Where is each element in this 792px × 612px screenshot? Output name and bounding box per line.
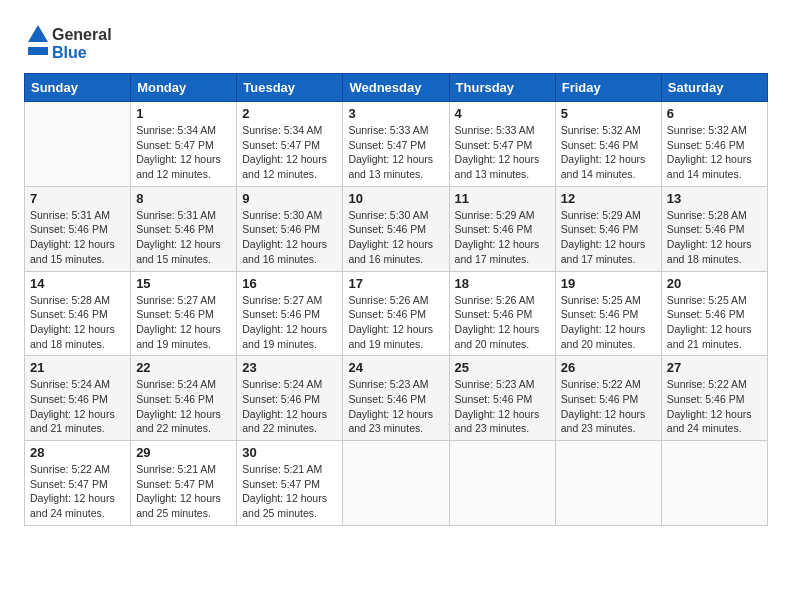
header-friday: Friday [555,74,661,102]
day-number: 8 [136,191,231,206]
day-cell: 5Sunrise: 5:32 AM Sunset: 5:46 PM Daylig… [555,102,661,187]
week-row-1: 1Sunrise: 5:34 AM Sunset: 5:47 PM Daylig… [25,102,768,187]
day-number: 5 [561,106,656,121]
week-row-3: 14Sunrise: 5:28 AM Sunset: 5:46 PM Dayli… [25,271,768,356]
day-cell: 27Sunrise: 5:22 AM Sunset: 5:46 PM Dayli… [661,356,767,441]
day-number: 16 [242,276,337,291]
day-info: Sunrise: 5:34 AM Sunset: 5:47 PM Dayligh… [242,123,337,182]
day-number: 26 [561,360,656,375]
day-number: 1 [136,106,231,121]
day-cell: 20Sunrise: 5:25 AM Sunset: 5:46 PM Dayli… [661,271,767,356]
day-number: 14 [30,276,125,291]
day-number: 3 [348,106,443,121]
day-number: 15 [136,276,231,291]
day-info: Sunrise: 5:30 AM Sunset: 5:46 PM Dayligh… [242,208,337,267]
day-cell: 21Sunrise: 5:24 AM Sunset: 5:46 PM Dayli… [25,356,131,441]
week-row-2: 7Sunrise: 5:31 AM Sunset: 5:46 PM Daylig… [25,186,768,271]
day-number: 2 [242,106,337,121]
day-cell: 16Sunrise: 5:27 AM Sunset: 5:46 PM Dayli… [237,271,343,356]
day-info: Sunrise: 5:24 AM Sunset: 5:46 PM Dayligh… [30,377,125,436]
day-cell: 28Sunrise: 5:22 AM Sunset: 5:47 PM Dayli… [25,441,131,526]
day-info: Sunrise: 5:26 AM Sunset: 5:46 PM Dayligh… [455,293,550,352]
day-number: 21 [30,360,125,375]
day-info: Sunrise: 5:21 AM Sunset: 5:47 PM Dayligh… [242,462,337,521]
calendar-table: SundayMondayTuesdayWednesdayThursdayFrid… [24,73,768,526]
day-number: 11 [455,191,550,206]
day-cell [449,441,555,526]
day-cell: 15Sunrise: 5:27 AM Sunset: 5:46 PM Dayli… [131,271,237,356]
day-cell: 7Sunrise: 5:31 AM Sunset: 5:46 PM Daylig… [25,186,131,271]
svg-text:General: General [52,26,112,43]
day-cell: 11Sunrise: 5:29 AM Sunset: 5:46 PM Dayli… [449,186,555,271]
day-number: 4 [455,106,550,121]
day-cell [25,102,131,187]
day-number: 18 [455,276,550,291]
day-cell: 29Sunrise: 5:21 AM Sunset: 5:47 PM Dayli… [131,441,237,526]
day-number: 19 [561,276,656,291]
header-saturday: Saturday [661,74,767,102]
day-cell: 3Sunrise: 5:33 AM Sunset: 5:47 PM Daylig… [343,102,449,187]
day-number: 27 [667,360,762,375]
day-cell: 24Sunrise: 5:23 AM Sunset: 5:46 PM Dayli… [343,356,449,441]
day-info: Sunrise: 5:25 AM Sunset: 5:46 PM Dayligh… [561,293,656,352]
day-info: Sunrise: 5:33 AM Sunset: 5:47 PM Dayligh… [455,123,550,182]
day-info: Sunrise: 5:34 AM Sunset: 5:47 PM Dayligh… [136,123,231,182]
day-info: Sunrise: 5:28 AM Sunset: 5:46 PM Dayligh… [667,208,762,267]
day-info: Sunrise: 5:22 AM Sunset: 5:46 PM Dayligh… [667,377,762,436]
day-cell: 17Sunrise: 5:26 AM Sunset: 5:46 PM Dayli… [343,271,449,356]
day-number: 23 [242,360,337,375]
day-number: 12 [561,191,656,206]
day-number: 10 [348,191,443,206]
calendar-header-row: SundayMondayTuesdayWednesdayThursdayFrid… [25,74,768,102]
logo: GeneralBlue [24,20,114,65]
day-cell: 30Sunrise: 5:21 AM Sunset: 5:47 PM Dayli… [237,441,343,526]
day-cell: 13Sunrise: 5:28 AM Sunset: 5:46 PM Dayli… [661,186,767,271]
day-info: Sunrise: 5:27 AM Sunset: 5:46 PM Dayligh… [136,293,231,352]
day-number: 25 [455,360,550,375]
day-number: 9 [242,191,337,206]
day-info: Sunrise: 5:32 AM Sunset: 5:46 PM Dayligh… [667,123,762,182]
day-info: Sunrise: 5:23 AM Sunset: 5:46 PM Dayligh… [348,377,443,436]
day-info: Sunrise: 5:31 AM Sunset: 5:46 PM Dayligh… [30,208,125,267]
day-number: 20 [667,276,762,291]
page-header: GeneralBlue [24,20,768,65]
header-sunday: Sunday [25,74,131,102]
day-cell: 10Sunrise: 5:30 AM Sunset: 5:46 PM Dayli… [343,186,449,271]
day-info: Sunrise: 5:24 AM Sunset: 5:46 PM Dayligh… [242,377,337,436]
header-thursday: Thursday [449,74,555,102]
day-info: Sunrise: 5:23 AM Sunset: 5:46 PM Dayligh… [455,377,550,436]
day-cell: 12Sunrise: 5:29 AM Sunset: 5:46 PM Dayli… [555,186,661,271]
header-wednesday: Wednesday [343,74,449,102]
day-number: 22 [136,360,231,375]
day-cell: 18Sunrise: 5:26 AM Sunset: 5:46 PM Dayli… [449,271,555,356]
day-number: 30 [242,445,337,460]
day-info: Sunrise: 5:29 AM Sunset: 5:46 PM Dayligh… [561,208,656,267]
day-cell: 22Sunrise: 5:24 AM Sunset: 5:46 PM Dayli… [131,356,237,441]
day-info: Sunrise: 5:26 AM Sunset: 5:46 PM Dayligh… [348,293,443,352]
day-info: Sunrise: 5:27 AM Sunset: 5:46 PM Dayligh… [242,293,337,352]
day-number: 29 [136,445,231,460]
day-cell: 25Sunrise: 5:23 AM Sunset: 5:46 PM Dayli… [449,356,555,441]
day-info: Sunrise: 5:29 AM Sunset: 5:46 PM Dayligh… [455,208,550,267]
day-info: Sunrise: 5:32 AM Sunset: 5:46 PM Dayligh… [561,123,656,182]
svg-rect-3 [28,47,48,55]
day-info: Sunrise: 5:28 AM Sunset: 5:46 PM Dayligh… [30,293,125,352]
day-cell: 1Sunrise: 5:34 AM Sunset: 5:47 PM Daylig… [131,102,237,187]
day-cell: 9Sunrise: 5:30 AM Sunset: 5:46 PM Daylig… [237,186,343,271]
day-number: 13 [667,191,762,206]
day-info: Sunrise: 5:31 AM Sunset: 5:46 PM Dayligh… [136,208,231,267]
svg-marker-2 [28,25,48,42]
day-info: Sunrise: 5:22 AM Sunset: 5:47 PM Dayligh… [30,462,125,521]
day-info: Sunrise: 5:21 AM Sunset: 5:47 PM Dayligh… [136,462,231,521]
day-number: 28 [30,445,125,460]
day-cell: 14Sunrise: 5:28 AM Sunset: 5:46 PM Dayli… [25,271,131,356]
day-cell: 23Sunrise: 5:24 AM Sunset: 5:46 PM Dayli… [237,356,343,441]
day-cell [661,441,767,526]
day-number: 6 [667,106,762,121]
day-number: 7 [30,191,125,206]
day-cell: 26Sunrise: 5:22 AM Sunset: 5:46 PM Dayli… [555,356,661,441]
day-cell: 4Sunrise: 5:33 AM Sunset: 5:47 PM Daylig… [449,102,555,187]
day-info: Sunrise: 5:22 AM Sunset: 5:46 PM Dayligh… [561,377,656,436]
day-info: Sunrise: 5:30 AM Sunset: 5:46 PM Dayligh… [348,208,443,267]
day-cell [555,441,661,526]
